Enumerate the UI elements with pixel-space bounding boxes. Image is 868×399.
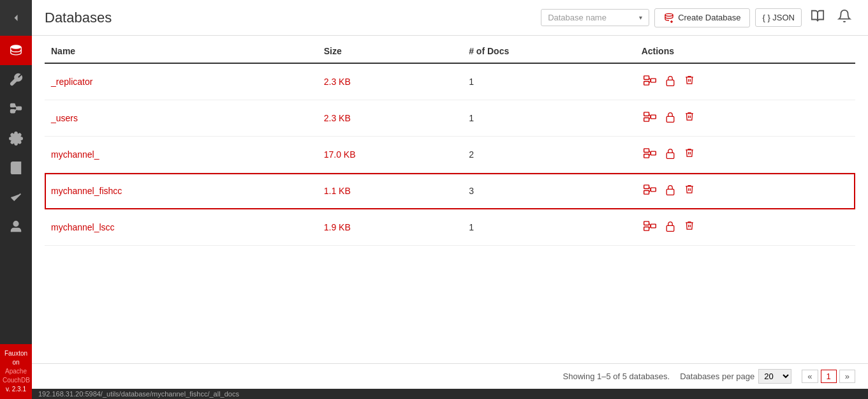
db-name-link[interactable]: mychannel_	[51, 149, 99, 160]
replicate-icon	[644, 75, 656, 86]
app-version: v. 2.3.1	[3, 385, 29, 394]
database-plus-icon	[664, 13, 674, 23]
book-open-icon	[811, 9, 825, 23]
svg-rect-1	[11, 104, 15, 107]
delete-button[interactable]	[682, 109, 696, 127]
sidebar-item-replication[interactable]	[0, 94, 32, 124]
svg-point-0	[11, 45, 22, 49]
lock-button[interactable]	[663, 218, 677, 236]
replicate-button[interactable]	[642, 182, 658, 200]
lock-button[interactable]	[663, 146, 677, 163]
page-title: Databases	[45, 10, 541, 26]
svg-rect-18	[644, 117, 649, 121]
delete-button[interactable]	[682, 146, 696, 163]
svg-rect-29	[644, 185, 649, 189]
notifications-button[interactable]	[834, 5, 855, 30]
wrench-icon	[9, 73, 23, 87]
svg-rect-17	[644, 112, 649, 116]
col-size: Size	[318, 36, 462, 63]
database-icon	[9, 43, 23, 57]
sidebar-item-databases[interactable]	[0, 36, 32, 65]
sidebar-item-tools[interactable]	[0, 65, 32, 94]
sidebar-item-docs[interactable]	[0, 153, 32, 183]
lock-button[interactable]	[663, 73, 677, 91]
sidebar-item-verify[interactable]	[0, 183, 32, 212]
db-docs: 2	[462, 137, 635, 173]
footer: Showing 1–5 of 5 databases. Databases pe…	[32, 363, 868, 389]
statusbar: 192.168.31.20:5984/_utils/database/mycha…	[32, 389, 868, 399]
svg-rect-11	[644, 76, 649, 80]
app-on: on	[3, 358, 29, 367]
app-platform: Apache CouchDB	[3, 367, 29, 385]
db-name-link[interactable]: _users	[51, 113, 78, 123]
db-docs: 1	[462, 63, 635, 100]
db-name-link[interactable]: mychannel_fishcc	[51, 186, 122, 196]
replicate-button[interactable]	[642, 218, 658, 236]
table-row[interactable]: mychannel_lscc1.9 KB1	[45, 209, 855, 246]
replicate-button[interactable]	[642, 73, 658, 91]
db-size: 2.3 KB	[318, 100, 462, 137]
db-name-link[interactable]: _replicator	[51, 77, 92, 87]
lock-icon	[665, 184, 675, 195]
action-buttons	[642, 73, 849, 91]
db-name-link[interactable]: mychannel_lscc	[51, 222, 115, 232]
per-page-label: Databases per page	[680, 372, 754, 381]
statusbar-url: 192.168.31.20:5984/_utils/database/mycha…	[38, 390, 239, 398]
lock-button[interactable]	[663, 182, 677, 200]
lock-icon	[665, 111, 675, 123]
delete-button[interactable]	[682, 182, 696, 200]
databases-table: Name Size # of Docs Actions _replicator2…	[45, 36, 855, 246]
svg-point-7	[13, 222, 18, 226]
lock-icon	[665, 147, 675, 159]
delete-button[interactable]	[682, 73, 696, 91]
delete-button[interactable]	[682, 218, 696, 236]
action-buttons	[642, 146, 849, 163]
svg-rect-3	[17, 107, 21, 110]
svg-rect-2	[11, 110, 15, 113]
replicate-button[interactable]	[642, 146, 658, 163]
svg-rect-40	[666, 225, 674, 231]
lock-button[interactable]	[663, 109, 677, 127]
docs-icon-button[interactable]	[807, 5, 828, 30]
replicate-button[interactable]	[642, 109, 658, 127]
sidebar-toggle[interactable]	[0, 0, 32, 36]
json-button[interactable]: { } JSON	[755, 8, 802, 27]
action-buttons	[642, 218, 849, 236]
sidebar-app-info: Fauxton on Apache CouchDB v. 2.3.1	[0, 344, 32, 399]
per-page-container: Databases per page 20 50 100	[680, 369, 791, 384]
table-row[interactable]: mychannel_fishcc1.1 KB3	[45, 173, 855, 209]
showing-text: Showing 1–5 of 5 databases.	[563, 372, 670, 381]
arrow-left-icon	[10, 11, 22, 24]
db-size: 1.9 KB	[318, 209, 462, 246]
db-name-placeholder: Database name	[548, 13, 607, 22]
sidebar-item-user[interactable]	[0, 212, 32, 241]
next-page-button[interactable]: »	[839, 370, 855, 383]
replicate-icon	[644, 147, 656, 159]
svg-rect-19	[651, 115, 656, 119]
col-name: Name	[45, 36, 318, 63]
gear-icon	[9, 132, 23, 146]
sidebar-item-settings[interactable]	[0, 124, 32, 153]
db-docs: 1	[462, 209, 635, 246]
check-icon	[9, 190, 23, 204]
create-database-button[interactable]: Create Database	[654, 8, 750, 27]
per-page-select[interactable]: 20 50 100	[758, 369, 791, 384]
lock-icon	[665, 220, 675, 232]
database-name-select[interactable]: Database name ▾	[541, 9, 649, 26]
pagination: « 1 »	[802, 370, 855, 383]
db-size: 2.3 KB	[318, 63, 462, 100]
table-row[interactable]: mychannel_17.0 KB2	[45, 137, 855, 173]
prev-page-button[interactable]: «	[802, 370, 818, 383]
table-header-row: Name Size # of Docs Actions	[45, 36, 855, 63]
table-row[interactable]: _users2.3 KB1	[45, 100, 855, 137]
db-size: 17.0 KB	[318, 137, 462, 173]
svg-rect-16	[666, 80, 674, 86]
user-icon	[9, 220, 23, 234]
replicate-icon	[644, 111, 656, 123]
svg-rect-13	[651, 79, 656, 82]
table-row[interactable]: _replicator2.3 KB1	[45, 63, 855, 100]
svg-rect-24	[644, 154, 649, 158]
col-actions: Actions	[635, 36, 855, 63]
db-actions	[635, 137, 855, 173]
db-actions	[635, 173, 855, 209]
